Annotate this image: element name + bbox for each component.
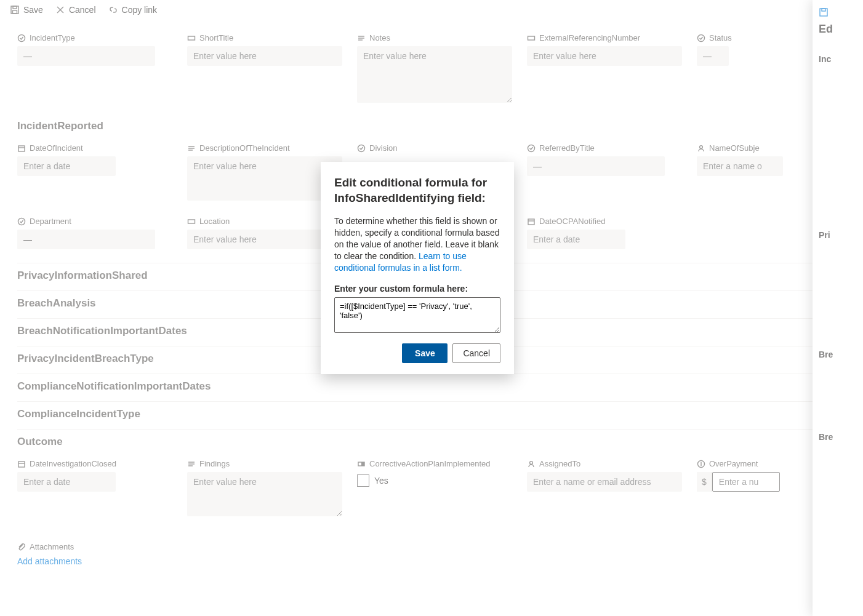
modal-actions: Save Cancel — [334, 343, 500, 363]
modal-title: Edit conditional formula for InfoSharedI… — [334, 175, 500, 206]
modal-cancel-button[interactable]: Cancel — [452, 343, 500, 363]
conditional-formula-modal: Edit conditional formula for InfoSharedI… — [321, 162, 514, 374]
modal-formula-input[interactable] — [334, 297, 500, 333]
modal-save-button[interactable]: Save — [402, 343, 448, 363]
modal-description: To determine whether this field is shown… — [334, 215, 500, 273]
modal-input-label: Enter your custom formula here: — [334, 284, 500, 294]
